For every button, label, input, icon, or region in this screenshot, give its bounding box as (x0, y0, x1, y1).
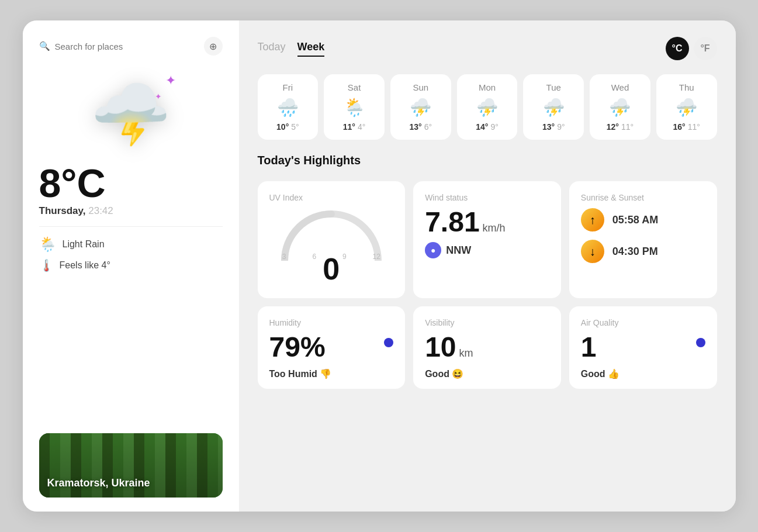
day-name-fri: Fri (283, 82, 293, 92)
day-temps-thu: 16°11° (673, 122, 700, 132)
day-temps-mon: 14°9° (476, 122, 499, 132)
weather-desc-text: Light Rain (63, 239, 105, 250)
wind-dir-icon: ● (425, 242, 441, 258)
week-row: Fri 🌧️ 10°5° Sat 🌦️ 11°4° Sun ⛈️ 13°6° (258, 74, 717, 140)
tab-today[interactable]: Today (258, 41, 286, 57)
vis-unit: km (456, 347, 473, 359)
highlights-grid: UV Index 3 6 9 12 0 (258, 181, 717, 389)
day-icon-tue: ⛈️ (543, 97, 565, 118)
day-temps-sun: 13°6° (410, 122, 432, 132)
day-icon-thu: ⛈️ (676, 97, 697, 118)
day-temps-fri: 10°5° (276, 122, 299, 132)
date-time-display: Thursday, 23:42 (39, 205, 223, 217)
unit-toggle: °C °F (666, 37, 717, 60)
air-quality-dot (696, 338, 705, 347)
day-name-wed: Wed (611, 82, 629, 92)
thermometer-icon: 🌡️ (39, 258, 54, 272)
app-container: 🔍 ⊕ ✦ ✦ 🌩️ 8°C Thursday, 23:42 🌦️ Light … (23, 20, 736, 512)
tab-week[interactable]: Week (297, 41, 325, 57)
rain-icon: 🌦️ (39, 236, 57, 253)
vis-status: Good 😆 (425, 368, 549, 379)
sparkle-small-icon: ✦ (155, 92, 176, 101)
day-icon-sat: 🌦️ (344, 97, 365, 118)
wind-speed-value: 7.81 (425, 206, 479, 237)
day-name-thu: Thu (679, 82, 694, 92)
aq-value: 1 (581, 333, 597, 361)
top-row: Today Week °C °F (258, 37, 717, 60)
aq-status: Good 👍 (581, 368, 705, 379)
highlights-title: Today's Highlights (258, 154, 717, 167)
sunset-icon: ↓ (581, 240, 604, 263)
uv-index-card: UV Index 3 6 9 12 0 (258, 181, 406, 298)
wind-status-card: Wind status 7.81 km/h ● NNW (413, 181, 561, 298)
day-card-sun: Sun ⛈️ 13°6° (390, 74, 451, 140)
visibility-card: Visibility 10 km Good 😆 (413, 306, 561, 389)
weather-illustration: ✦ ✦ 🌩️ (39, 67, 223, 161)
humidity-card: Humidity 79% Too Humid 👎 (258, 306, 406, 389)
wind-label: Wind status (425, 193, 549, 202)
location-icon[interactable]: ⊕ (204, 37, 223, 56)
left-panel: 🔍 ⊕ ✦ ✦ 🌩️ 8°C Thursday, 23:42 🌦️ Light … (23, 20, 239, 512)
wind-dir-text: NNW (446, 244, 471, 257)
sunrise-row: ↑ 05:58 AM (581, 208, 705, 232)
tabs: Today Week (258, 41, 325, 57)
uv-scale-6: 6 (312, 253, 316, 261)
sunrise-sunset-card: Sunrise & Sunset ↑ 05:58 AM ↓ 04:30 PM (569, 181, 717, 298)
sunset-row: ↓ 04:30 PM (581, 240, 705, 263)
day-card-tue: Tue ⛈️ 13°9° (523, 74, 584, 140)
uv-scale-3: 3 (282, 253, 286, 261)
search-input[interactable] (55, 42, 204, 51)
wind-direction: ● NNW (425, 242, 549, 258)
day-label: Thursday, (39, 205, 86, 216)
air-quality-label: Air Quality (581, 318, 705, 327)
search-bar: 🔍 ⊕ (39, 37, 223, 56)
sunrise-label: Sunrise & Sunset (581, 193, 705, 202)
day-icon-mon: ⛈️ (476, 97, 498, 118)
unit-celsius-button[interactable]: °C (666, 37, 689, 60)
day-card-sat: Sat 🌦️ 11°4° (324, 74, 385, 140)
sparkle-big-icon: ✦ (165, 73, 176, 88)
air-quality-card: Air Quality 1 Good 👍 (569, 306, 717, 389)
unit-fahrenheit-button[interactable]: °F (694, 37, 717, 60)
right-panel: Today Week °C °F Fri 🌧️ 10°5° Sat 🌦️ (239, 20, 736, 512)
search-icon: 🔍 (39, 41, 50, 51)
wind-unit: km/h (480, 222, 506, 234)
city-card: Kramatorsk, Ukraine (39, 433, 223, 498)
sunrise-icon: ↑ (581, 208, 604, 232)
vis-number: 10 (425, 331, 456, 362)
day-card-wed: Wed ⛈️ 12°11° (590, 74, 650, 140)
uv-gauge: 3 6 9 12 0 (269, 208, 394, 286)
sparkles: ✦ ✦ (155, 73, 176, 101)
feels-like-text: Feels like 4° (60, 260, 110, 271)
vis-value-display: 10 km (425, 333, 549, 361)
sunrise-time: 05:58 AM (612, 214, 658, 226)
humidity-status: Too Humid 👎 (269, 368, 394, 379)
uv-label: UV Index (269, 193, 394, 202)
time-label: 23:42 (88, 205, 113, 216)
day-card-mon: Mon ⛈️ 14°9° (457, 74, 518, 140)
day-card-thu: Thu ⛈️ 16°11° (656, 74, 717, 140)
feels-like-row: 🌡️ Feels like 4° (39, 258, 223, 272)
day-temps-wed: 12°11° (607, 122, 634, 132)
day-name-sat: Sat (348, 82, 361, 92)
weather-description: 🌦️ Light Rain (39, 236, 223, 253)
sunset-time: 04:30 PM (612, 246, 658, 258)
humidity-dot (384, 338, 393, 347)
day-temps-sat: 11°4° (343, 122, 366, 132)
uv-scale-9: 9 (342, 253, 347, 261)
day-icon-fri: 🌧️ (277, 97, 299, 118)
day-temps-tue: 13°9° (542, 122, 565, 132)
humidity-value: 79% (269, 333, 326, 361)
day-name-tue: Tue (546, 82, 561, 92)
wind-speed-display: 7.81 km/h (425, 208, 549, 236)
divider (39, 226, 223, 227)
day-name-sun: Sun (413, 82, 428, 92)
day-icon-wed: ⛈️ (609, 97, 631, 118)
visibility-label: Visibility (425, 318, 549, 327)
day-card-fri: Fri 🌧️ 10°5° (258, 74, 319, 140)
city-name: Kramatorsk, Ukraine (47, 477, 150, 489)
humidity-label: Humidity (269, 318, 394, 327)
day-name-mon: Mon (479, 82, 496, 92)
day-icon-sun: ⛈️ (410, 97, 431, 118)
uv-scale-12: 12 (372, 253, 380, 261)
